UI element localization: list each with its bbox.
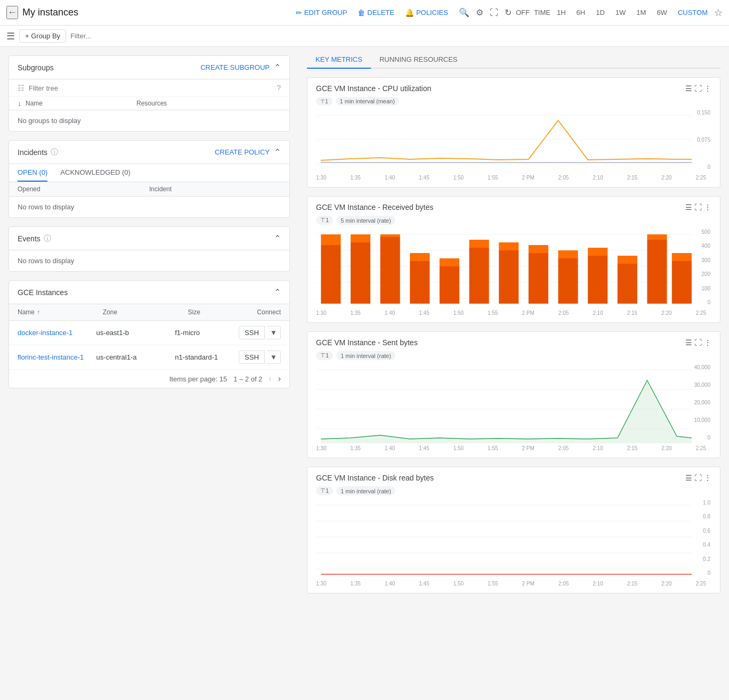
gce-instances-collapse-button[interactable]: ⌃ bbox=[274, 287, 281, 297]
sent-interval-badge[interactable]: 1 min interval (rate) bbox=[336, 351, 395, 360]
tab-open[interactable]: OPEN (0) bbox=[18, 164, 47, 182]
svg-rect-9 bbox=[321, 234, 341, 245]
received-x-labels: 1:301:351:401:451:501:552 PM2:052:102:15… bbox=[316, 310, 711, 316]
cpu-filter-badge[interactable]: ⊤1 bbox=[316, 97, 333, 105]
time-1h-button[interactable]: 1H bbox=[553, 6, 570, 19]
instance-connect-1: SSH ▼ bbox=[239, 326, 281, 339]
cpu-expand-button[interactable]: ⛶ bbox=[694, 84, 702, 93]
sent-expand-button[interactable]: ⛶ bbox=[694, 338, 702, 347]
delete-button[interactable]: 🗑 DELETE bbox=[353, 5, 399, 20]
ssh-dropdown-2[interactable]: ▼ bbox=[267, 351, 281, 364]
filter-input[interactable] bbox=[70, 32, 723, 40]
received-interval-badge[interactable]: 5 min interval (rate) bbox=[336, 216, 395, 225]
ssh-button-2[interactable]: SSH bbox=[239, 351, 265, 364]
ssh-button-1[interactable]: SSH bbox=[239, 326, 265, 339]
fullscreen-button[interactable]: ⛶ bbox=[488, 6, 500, 20]
help-icon[interactable]: ? bbox=[277, 84, 281, 92]
time-custom-button[interactable]: CUSTOM bbox=[674, 6, 712, 19]
next-page-button[interactable]: › bbox=[278, 374, 281, 384]
cpu-more-button[interactable]: ⋮ bbox=[704, 84, 711, 93]
subgroups-title: Subgroups bbox=[18, 63, 54, 72]
tab-acknowledged[interactable]: ACKNOWLEDGED (0) bbox=[60, 164, 130, 182]
instance-name-2[interactable]: florinc-test-instance-1 bbox=[18, 353, 96, 361]
subgroups-empty: No groups to display bbox=[9, 110, 289, 131]
disk-interval-badge[interactable]: 1 min interval (rate) bbox=[336, 486, 395, 495]
disk-filter-icon: ⊤1 bbox=[320, 487, 329, 494]
cpu-chart-tools: ☰ ⛶ ⋮ bbox=[685, 84, 711, 93]
received-filter-badge[interactable]: ⊤1 bbox=[316, 216, 333, 225]
cpu-filter-icon: ⊤1 bbox=[320, 99, 328, 104]
time-1w-button[interactable]: 1W bbox=[611, 6, 630, 19]
svg-rect-33 bbox=[672, 253, 692, 261]
received-interval-label: 5 min interval (rate) bbox=[341, 217, 391, 224]
subgroups-collapse-button[interactable]: ⌃ bbox=[274, 62, 281, 72]
cpu-chart-header: GCE VM Instance - CPU utilization ☰ ⛶ ⋮ bbox=[316, 84, 711, 93]
svg-rect-32 bbox=[672, 261, 692, 304]
cpu-interval-badge[interactable]: 1 min interval (mean) bbox=[336, 97, 399, 105]
received-list-button[interactable]: ☰ bbox=[685, 203, 692, 211]
received-expand-button[interactable]: ⛶ bbox=[694, 203, 702, 211]
settings-button[interactable]: ⚙ bbox=[474, 5, 485, 20]
th-opened: Opened bbox=[18, 185, 149, 193]
received-more-button[interactable]: ⋮ bbox=[704, 203, 711, 211]
sent-interval-label: 1 min interval (rate) bbox=[341, 353, 391, 359]
nav-actions: ✏ EDIT GROUP 🗑 DELETE 🔔 POLICIES bbox=[291, 5, 452, 20]
edit-group-button[interactable]: ✏ EDIT GROUP bbox=[291, 5, 352, 20]
sent-filter-badge[interactable]: ⊤1 bbox=[316, 351, 333, 360]
th-connect: Connect bbox=[257, 308, 281, 316]
policies-button[interactable]: 🔔 POLICIES bbox=[401, 5, 452, 20]
ssh-dropdown-1[interactable]: ▼ bbox=[267, 326, 281, 339]
menu-icon[interactable]: ☰ bbox=[6, 30, 15, 42]
instance-name-1[interactable]: docker-instance-1 bbox=[18, 329, 96, 337]
sent-list-button[interactable]: ☰ bbox=[685, 338, 692, 347]
cpu-chart-card: GCE VM Instance - CPU utilization ☰ ⛶ ⋮ … bbox=[307, 77, 720, 188]
time-1m-button[interactable]: 1M bbox=[632, 6, 650, 19]
sent-more-button[interactable]: ⋮ bbox=[704, 338, 711, 347]
group-by-button[interactable]: + Group By bbox=[19, 29, 66, 43]
disk-list-button[interactable]: ☰ bbox=[685, 474, 692, 482]
svg-rect-19 bbox=[469, 240, 489, 248]
disk-expand-button[interactable]: ⛶ bbox=[694, 474, 702, 482]
sent-chart-wrapper: 1:301:351:401:451:501:552 PM2:052:102:15… bbox=[316, 364, 711, 451]
th-incident: Incident bbox=[149, 185, 281, 193]
events-collapse-button[interactable]: ⌃ bbox=[274, 233, 281, 243]
tab-key-metrics[interactable]: KEY METRICS bbox=[307, 51, 371, 69]
received-chart-badges: ⊤1 5 min interval (rate) bbox=[316, 216, 711, 225]
disk-filter-badge[interactable]: ⊤1 bbox=[316, 486, 333, 495]
sort-button[interactable]: ↓ bbox=[18, 99, 21, 108]
star-button[interactable]: ☆ bbox=[714, 7, 723, 19]
disk-more-button[interactable]: ⋮ bbox=[704, 474, 711, 482]
incidents-help-icon[interactable]: ⓘ bbox=[51, 148, 58, 157]
sent-chart-tools: ☰ ⛶ ⋮ bbox=[685, 338, 711, 347]
disk-x-labels: 1:301:351:401:451:501:552 PM2:052:102:15… bbox=[316, 581, 711, 587]
cpu-chart-title: GCE VM Instance - CPU utilization bbox=[316, 84, 431, 93]
create-subgroup-button[interactable]: CREATE SUBGROUP bbox=[200, 63, 270, 71]
refresh-button[interactable]: ↻ bbox=[503, 5, 514, 20]
tab-running-resources[interactable]: RUNNING RESOURCES bbox=[371, 51, 466, 69]
disk-chart-tools: ☰ ⛶ ⋮ bbox=[685, 474, 711, 482]
svg-rect-28 bbox=[618, 264, 637, 304]
svg-rect-11 bbox=[351, 234, 370, 242]
events-help-icon[interactable]: ⓘ bbox=[44, 234, 51, 243]
main-layout: Subgroups CREATE SUBGROUP ⌃ ☷ ? ↓ Name R… bbox=[0, 47, 729, 700]
prev-page-button[interactable]: ‹ bbox=[269, 374, 271, 384]
metric-tabs: KEY METRICS RUNNING RESOURCES bbox=[307, 47, 720, 69]
incidents-collapse-button[interactable]: ⌃ bbox=[274, 147, 281, 157]
time-1d-button[interactable]: 1D bbox=[592, 6, 609, 19]
search-button[interactable]: 🔍 bbox=[457, 5, 472, 20]
time-6h-button[interactable]: 6H bbox=[572, 6, 590, 19]
th-zone: Zone bbox=[103, 308, 188, 316]
svg-rect-27 bbox=[588, 248, 608, 256]
create-policy-button[interactable]: CREATE POLICY bbox=[215, 148, 270, 156]
disk-interval-label: 1 min interval (rate) bbox=[341, 488, 391, 494]
incidents-card: Incidents ⓘ CREATE POLICY ⌃ OPEN (0) ACK… bbox=[9, 140, 290, 218]
sent-bytes-chart-card: GCE VM Instance - Sent bytes ☰ ⛶ ⋮ ⊤1 1 … bbox=[307, 331, 720, 458]
instances-table-header: Name ↑ Zone Size Connect bbox=[9, 304, 289, 321]
filter-tree-input[interactable] bbox=[29, 84, 272, 92]
cpu-list-button[interactable]: ☰ bbox=[685, 84, 692, 93]
time-6w-button[interactable]: 6W bbox=[652, 6, 671, 19]
items-per-page-label: Items per page: 15 bbox=[169, 375, 227, 383]
back-button[interactable]: ← bbox=[6, 6, 18, 19]
svg-rect-22 bbox=[529, 253, 548, 304]
svg-rect-31 bbox=[647, 234, 667, 240]
